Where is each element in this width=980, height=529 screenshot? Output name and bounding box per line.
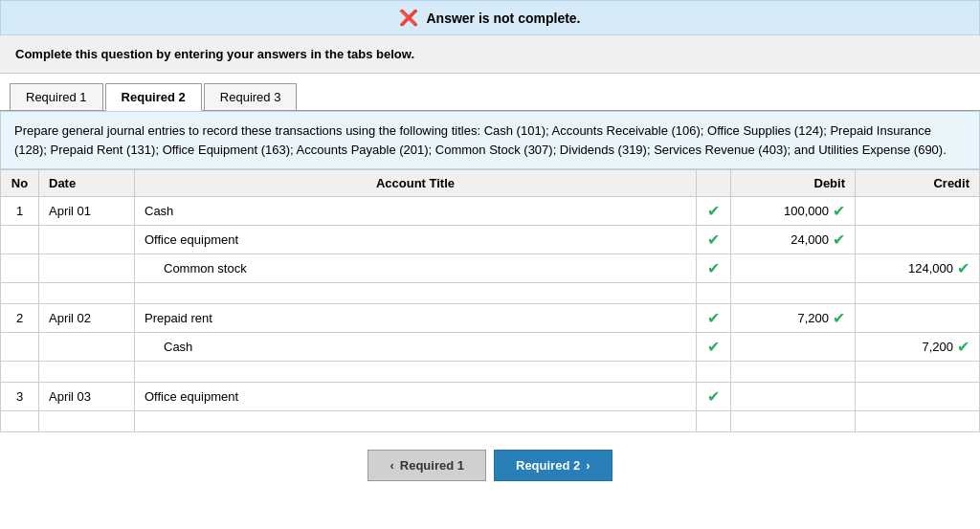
col-header-no: No [1,170,39,197]
cell-check-account: ✔ [697,333,731,362]
check-debit-icon: ✔ [833,231,845,249]
cell-debit[interactable]: 100,000 ✔ [731,197,856,226]
check-icon: ✔ [707,388,720,405]
cell-empty [697,362,731,383]
answer-banner: ❌ Answer is not complete. [0,0,980,35]
check-icon: ✔ [707,339,720,355]
check-credit-icon: ✔ [957,338,969,356]
tab-required-2[interactable]: Required 2 [105,83,202,111]
cell-check-account: ✔ [697,226,731,254]
tab-required-1[interactable]: Required 1 [10,83,103,110]
cell-debit[interactable]: 24,000 ✔ [731,226,856,254]
check-icon: ✔ [707,310,720,326]
cell-debit[interactable]: 7,200 ✔ [731,304,856,333]
cell-empty [697,283,731,304]
bottom-nav: ‹ Required 1 Required 2 › [0,432,980,498]
cell-empty[interactable] [135,411,697,432]
cell-empty[interactable] [135,283,697,304]
cell-empty[interactable] [856,283,980,304]
cell-empty[interactable] [135,362,697,383]
table-row-empty [1,411,980,432]
cell-check-account: ✔ [697,383,731,411]
instruction-bar: Complete this question by entering your … [0,35,980,74]
instruction-text: Complete this question by entering your … [15,47,414,61]
description-box: Prepare general journal entries to recor… [0,111,980,169]
cell-account[interactable]: Office equipment [135,383,697,411]
cell-check-account: ✔ [697,304,731,333]
chevron-left-icon: ‹ [390,458,393,473]
cell-empty [39,283,135,304]
journal-table: No Date Account Title Debit Credit 1 Apr… [0,169,980,432]
check-icon: ✔ [707,260,720,276]
cell-date: April 02 [39,304,135,333]
cell-credit[interactable]: 7,200 ✔ [856,333,980,362]
cell-empty[interactable] [856,411,980,432]
table-row: Common stock ✔ 124,000 ✔ [1,254,980,283]
check-debit-icon: ✔ [833,202,845,220]
table-row: Cash ✔ 7,200 ✔ [1,333,980,362]
check-debit-icon: ✔ [833,309,845,327]
next-label: Required 2 [516,458,580,473]
cell-empty [39,362,135,383]
table-row: 1 April 01 Cash ✔ 100,000 ✔ [1,197,980,226]
next-button[interactable]: Required 2 › [494,450,612,481]
table-row: Office equipment ✔ 24,000 ✔ [1,226,980,254]
cell-date [39,254,135,283]
col-header-date: Date [39,170,135,197]
cell-empty [1,362,39,383]
cell-credit[interactable] [856,197,980,226]
cell-empty [697,411,731,432]
cell-date: April 03 [39,383,135,411]
cell-empty[interactable] [731,283,856,304]
cell-account[interactable]: Office equipment [135,226,697,254]
cell-credit[interactable] [856,226,980,254]
table-row-empty [1,362,980,383]
cell-credit[interactable] [856,304,980,333]
tabs-container: Required 1 Required 2 Required 3 [0,74,980,111]
col-header-debit: Debit [731,170,856,197]
table-row: 3 April 03 Office equipment ✔ [1,383,980,411]
cell-empty [1,411,39,432]
prev-button[interactable]: ‹ Required 1 [368,450,486,481]
description-text: Prepare general journal entries to recor… [14,123,947,157]
table-row-empty [1,283,980,304]
cell-no: 2 [1,304,39,333]
cell-date [39,333,135,362]
cell-account[interactable]: Prepaid rent [135,304,697,333]
cell-debit[interactable] [731,333,856,362]
cell-account[interactable]: Common stock [135,254,697,283]
banner-text: Answer is not complete. [426,11,580,26]
check-credit-icon: ✔ [957,259,969,277]
cell-date [39,226,135,254]
cell-empty[interactable] [731,362,856,383]
cell-check-account: ✔ [697,254,731,283]
cell-no [1,333,39,362]
check-icon: ✔ [707,203,720,219]
table-row: 2 April 02 Prepaid rent ✔ 7,200 ✔ [1,304,980,333]
cell-date: April 01 [39,197,135,226]
tab-required-3[interactable]: Required 3 [204,83,298,110]
cell-credit[interactable]: 124,000 ✔ [856,254,980,283]
cell-no: 1 [1,197,39,226]
chevron-right-icon: › [586,458,590,473]
cell-empty [1,283,39,304]
prev-label: Required 1 [400,458,464,473]
col-header-check [697,170,731,197]
cell-no [1,254,39,283]
cell-account[interactable]: Cash [135,333,697,362]
cell-empty[interactable] [856,362,980,383]
cell-empty[interactable] [731,411,856,432]
error-icon: ❌ [399,9,418,27]
check-icon: ✔ [707,231,720,248]
cell-debit[interactable] [731,254,856,283]
col-header-credit: Credit [856,170,980,197]
cell-debit[interactable] [731,383,856,411]
cell-no: 3 [1,383,39,411]
cell-account[interactable]: Cash [135,197,697,226]
cell-check-account: ✔ [697,197,731,226]
cell-credit[interactable] [856,383,980,411]
cell-empty [39,411,135,432]
cell-no [1,226,39,254]
col-header-account: Account Title [135,170,697,197]
